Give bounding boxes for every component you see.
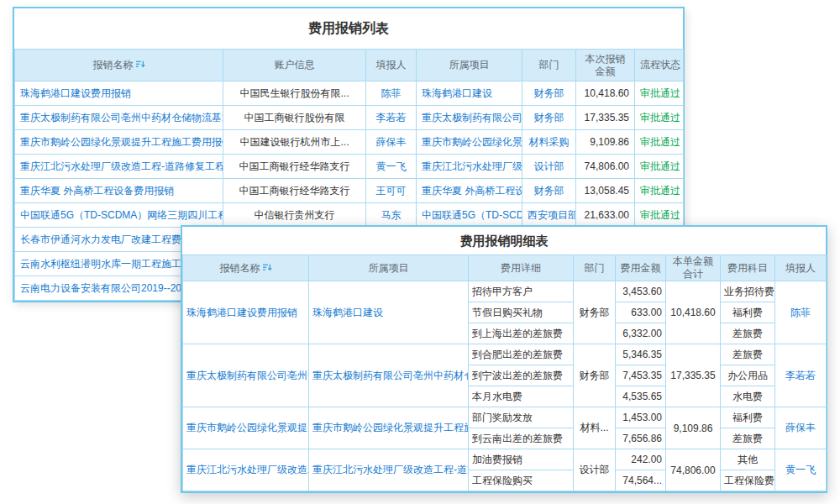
expense-name-link[interactable]: 重庆华夏 外高桥工程设备费用报销 (15, 179, 223, 203)
filler-link[interactable]: 陈菲 (775, 281, 827, 344)
category-cell: 工程保险费 (721, 470, 775, 491)
project-link[interactable]: 中国联通5G（TD-SCDMA）网... (417, 203, 522, 228)
expense-detail-table: 报销名称 所属项目 费用详细 部门 费用金额 本单金额合计 费用科目 填报人 珠… (182, 255, 827, 491)
col-header-name-label: 报销名称 (93, 59, 134, 71)
amount-cell: 3,453.60 (616, 281, 666, 302)
filler-link[interactable]: 马东 (366, 203, 417, 228)
filler-link[interactable]: 薛保丰 (366, 130, 417, 155)
sort-icon[interactable] (263, 263, 272, 272)
col-header-status: 流程状态 (635, 50, 684, 81)
list-row: 重庆太极制药有限公司亳州中药材仓储物流基地项...中国工商银行股份有限李若若重庆… (15, 106, 684, 130)
expense-name-link[interactable]: 重庆市鹅岭公园绿化景观提升工程施工费用报销 (15, 130, 223, 155)
expense-name-link[interactable]: 重庆江北污水处理厂级改造工程-... (183, 449, 309, 491)
filler-link[interactable]: 薛保丰 (775, 407, 827, 449)
dept-cell[interactable]: 财务部 (522, 179, 576, 203)
status-link[interactable]: 审批通过 (635, 130, 684, 155)
project-link[interactable]: 重庆市鹅岭公园绿化景观提升工程施工 (309, 407, 469, 449)
project-link[interactable]: 重庆太极制药有限公司亳州中... (417, 106, 522, 130)
sort-icon[interactable] (136, 60, 145, 69)
amount-cell: 633.00 (616, 302, 666, 323)
dept-cell: 材料... (574, 407, 616, 449)
account-cell: 中国建设银行杭州市上... (223, 130, 366, 155)
expense-detail-cell: 本月水电费 (469, 386, 574, 407)
col-header-detail: 费用详细 (469, 255, 574, 281)
account-cell: 中国工商银行经华路支行 (223, 155, 366, 179)
expense-name-link[interactable]: 珠海鹤港口建设费用报销 (15, 81, 223, 106)
category-cell: 差旅费 (721, 323, 775, 344)
category-cell: 差旅费 (721, 428, 775, 449)
col-header-filler: 填报人 (366, 50, 417, 81)
category-cell: 业务招待费 (721, 281, 775, 302)
expense-name-link[interactable]: 重庆市鹅岭公园绿化景观提升工程... (183, 407, 309, 449)
expense-detail-cell: 招待甲方客户 (469, 281, 574, 302)
list-table-title: 费用报销列表 (14, 8, 683, 49)
amount-cell: 7,453.35 (616, 365, 666, 386)
report-canvas: 费用报销列表 报销名称 账户信息 填报人 所属项目 部门 本次报销金额 流程状态 (0, 0, 840, 504)
filler-link[interactable]: 陈菲 (366, 81, 417, 106)
status-link[interactable]: 审批通过 (635, 203, 684, 228)
status-link[interactable]: 审批通过 (635, 81, 684, 106)
list-row: 重庆华夏 外高桥工程设备费用报销中国工商银行经华路支行王可可重庆华夏 外高桥工程… (15, 179, 684, 203)
project-link[interactable]: 重庆江北污水处理厂级改造工... (417, 155, 522, 179)
detail-row: 重庆太极制药有限公司亳州中药材...重庆太极制药有限公司亳州中药材仓储物流到合肥… (183, 344, 827, 365)
filler-link[interactable]: 王可可 (366, 179, 417, 203)
expense-name-link[interactable]: 珠海鹤港口建设费用报销 (183, 281, 309, 344)
col-header-amount: 本次报销金额 (576, 50, 635, 81)
amount-cell: 74,564... (616, 470, 666, 491)
filler-link[interactable]: 黄一飞 (775, 449, 827, 491)
amount-cell: 10,418.60 (576, 81, 635, 106)
amount-cell: 13,058.45 (576, 179, 635, 203)
filler-link[interactable]: 李若若 (366, 106, 417, 130)
category-cell: 办公用品 (721, 365, 775, 386)
filler-link[interactable]: 李若若 (775, 344, 827, 407)
expense-detail-body: 珠海鹤港口建设费用报销珠海鹤港口建设招待甲方客户财务部3,453.6010,41… (183, 281, 827, 491)
amount-cell: 17,335.35 (576, 106, 635, 130)
col-header-project: 所属项目 (417, 50, 522, 81)
col-header-name-label: 报销名称 (220, 262, 260, 274)
account-cell: 中国工商银行经华路支行 (223, 179, 366, 203)
project-link[interactable]: 重庆江北污水处理厂级改造工程-道路修复工 (309, 449, 469, 491)
detail-header-row: 报销名称 所属项目 费用详细 部门 费用金额 本单金额合计 费用科目 填报人 (183, 255, 827, 281)
project-link[interactable]: 重庆太极制药有限公司亳州中药材仓储物流 (309, 344, 469, 407)
status-link[interactable]: 审批通过 (635, 106, 684, 130)
account-cell: 中信银行贵州支行 (223, 203, 366, 228)
expense-name-link[interactable]: 中国联通5G（TD-SCDMA）网络三期四川工程费... (15, 203, 223, 228)
amount-cell: 7,656.86 (616, 428, 666, 449)
status-link[interactable]: 审批通过 (635, 179, 684, 203)
amount-cell: 6,332.00 (616, 323, 666, 344)
expense-detail-cell: 到宁波出差的差旅费 (469, 365, 574, 386)
expense-detail-cell: 到合肥出差的差旅费 (469, 344, 574, 365)
expense-detail-cell: 工程保险购买 (469, 470, 574, 491)
total-amount-cell: 10,418.60 (666, 281, 721, 344)
dept-cell[interactable]: 设计部 (522, 155, 576, 179)
dept-cell: 财务部 (574, 281, 616, 344)
status-link[interactable]: 审批通过 (635, 155, 684, 179)
expense-detail-cell: 到上海出差的差旅费 (469, 323, 574, 344)
detail-table-title: 费用报销明细表 (182, 227, 826, 255)
account-cell: 中国民生银行股份有限... (223, 81, 366, 106)
filler-link[interactable]: 黄一飞 (366, 155, 417, 179)
expense-name-link[interactable]: 重庆太极制药有限公司亳州中药材仓储物流基地项... (15, 106, 223, 130)
dept-cell[interactable]: 财务部 (522, 81, 576, 106)
dept-cell[interactable]: 西安项目部 (522, 203, 576, 228)
amount-cell: 21,633.00 (576, 203, 635, 228)
dept-cell[interactable]: 材料采购 (522, 130, 576, 155)
expense-detail-cell: 部门奖励发放 (469, 407, 574, 428)
col-header-filler: 填报人 (775, 255, 827, 281)
expense-name-link[interactable]: 重庆太极制药有限公司亳州中药材... (183, 344, 309, 407)
project-link[interactable]: 珠海鹤港口建设 (309, 281, 469, 344)
amount-cell: 9,109.86 (576, 130, 635, 155)
project-link[interactable]: 珠海鹤港口建设 (417, 81, 522, 106)
col-header-account: 账户信息 (223, 50, 366, 81)
category-cell: 福利费 (721, 302, 775, 323)
dept-cell[interactable]: 财务部 (522, 106, 576, 130)
col-header-category: 费用科目 (721, 255, 775, 281)
account-cell: 中国工商银行股份有限 (223, 106, 366, 130)
dept-cell: 财务部 (574, 344, 616, 407)
expense-detail-panel: 费用报销明细表 报销名称 所属项目 费用详细 部门 费用金额 本单金额合计 费用… (181, 225, 827, 493)
expense-name-link[interactable]: 重庆江北污水处理厂级改造工程-道路修复工程费用... (15, 155, 223, 179)
project-link[interactable]: 重庆华夏 外高桥工程设备 (417, 179, 522, 203)
amount-cell: 4,535.65 (616, 386, 666, 407)
project-link[interactable]: 重庆市鹅岭公园绿化景观提升... (417, 130, 522, 155)
dept-cell: 设计部 (574, 449, 616, 491)
